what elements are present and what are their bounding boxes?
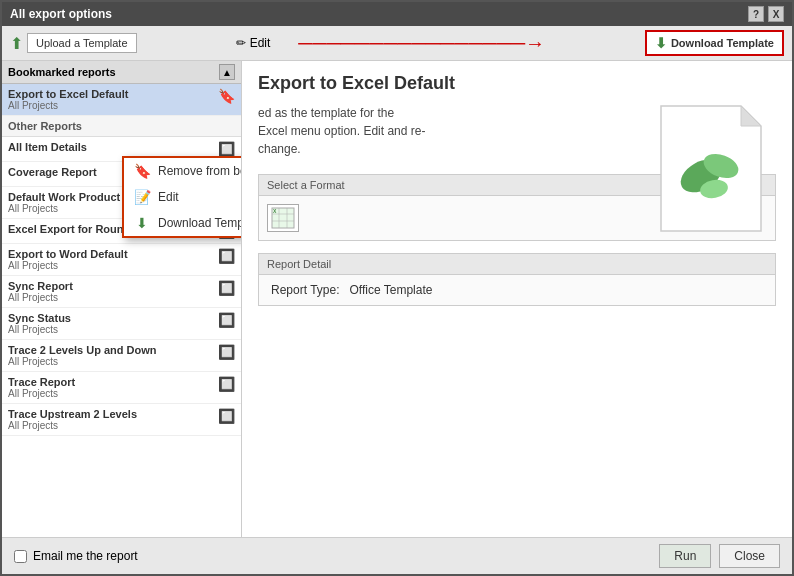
report-type-value: Office Template <box>350 283 433 297</box>
main-content: Bookmarked reports ▲ Export to Excel Def… <box>2 61 792 537</box>
bookmark-empty-icon: 🔲 <box>218 280 235 296</box>
main-window: All export options ? X ⬆ Upload a Templa… <box>0 0 794 576</box>
bookmark-empty-icon: 🔲 <box>218 344 235 360</box>
sidebar-item-trace-report[interactable]: Trace Report All Projects 🔲 <box>2 372 241 404</box>
download-ctx-icon: ⬇ <box>134 215 150 231</box>
excel-format-icon[interactable]: X <box>267 204 299 232</box>
document-preview-svg <box>656 101 766 236</box>
template-preview <box>656 101 776 241</box>
download-template-button[interactable]: ⬇ Download Template <box>645 30 784 56</box>
edit-toolbar-area: ✏ Edit ────────────────→ <box>137 32 645 55</box>
context-remove-bookmark[interactable]: 🔖 Remove from bookmarks <box>124 158 242 184</box>
other-reports-header: Other Reports <box>2 116 241 137</box>
bookmark-remove-icon: 🔖 <box>134 163 150 179</box>
title-bar: All export options ? X <box>2 2 792 26</box>
sidebar-item-trace-2-levels[interactable]: Trace 2 Levels Up and Down All Projects … <box>2 340 241 372</box>
download-icon: ⬇ <box>655 35 667 51</box>
context-edit[interactable]: 📝 Edit <box>124 184 242 210</box>
bookmark-empty-icon: 🔲 <box>218 248 235 264</box>
report-detail-body: Report Type: Office Template <box>259 275 775 305</box>
window-title: All export options <box>10 7 112 21</box>
report-detail-header: Report Detail <box>259 254 775 275</box>
context-download-template[interactable]: ⬇ Download Template <box>124 210 242 236</box>
content-title: Export to Excel Default <box>258 73 776 94</box>
arrow-icon: ────────────────→ <box>298 32 545 55</box>
bookmark-empty-icon: 🔲 <box>218 141 235 157</box>
toolbar-right: ⬇ Download Template <box>645 30 784 56</box>
upload-icon: ⬆ <box>10 34 23 53</box>
sidebar: Bookmarked reports ▲ Export to Excel Def… <box>2 61 242 537</box>
edit-label: ✏ Edit <box>236 36 270 50</box>
bookmarked-reports-header: Bookmarked reports ▲ <box>2 61 241 84</box>
close-button[interactable]: Close <box>719 544 780 568</box>
edit-icon: 📝 <box>134 189 150 205</box>
bookmark-empty-icon: 🔲 <box>218 408 235 424</box>
bookmark-empty-icon: 🔲 <box>218 312 235 328</box>
top-toolbar: ⬆ Upload a Template ✏ Edit ─────────────… <box>2 26 792 61</box>
help-button[interactable]: ? <box>748 6 764 22</box>
run-button[interactable]: Run <box>659 544 711 568</box>
bookmark-empty-icon: 🔲 <box>218 376 235 392</box>
title-bar-buttons: ? X <box>748 6 784 22</box>
close-window-button[interactable]: X <box>768 6 784 22</box>
report-detail-section: Report Detail Report Type: Office Templa… <box>258 253 776 306</box>
sidebar-item-sync-status[interactable]: Sync Status All Projects 🔲 <box>2 308 241 340</box>
scroll-up-button[interactable]: ▲ <box>219 64 235 80</box>
email-label: Email me the report <box>33 549 138 563</box>
svg-marker-1 <box>741 106 761 126</box>
bookmarked-item-export-excel[interactable]: Export to Excel Default All Projects 🔖 <box>2 84 241 116</box>
sidebar-item-sync-report[interactable]: Sync Report All Projects 🔲 <box>2 276 241 308</box>
bookmark-filled-icon: 🔖 <box>218 88 235 104</box>
footer-left: Email me the report <box>14 549 138 563</box>
footer: Email me the report Run Close <box>2 537 792 574</box>
toolbar-left: ⬆ Upload a Template <box>10 33 137 53</box>
sidebar-item-export-word-default[interactable]: Export to Word Default All Projects 🔲 <box>2 244 241 276</box>
sidebar-item-trace-upstream[interactable]: Trace Upstream 2 Levels All Projects 🔲 <box>2 404 241 436</box>
email-checkbox[interactable] <box>14 550 27 563</box>
content-area: Export to Excel Default ed as the templa… <box>242 61 792 537</box>
report-type-label: Report Type: <box>271 283 339 297</box>
upload-template-button[interactable]: Upload a Template <box>27 33 137 53</box>
context-menu: 🔖 Remove from bookmarks 📝 Edit ⬇ Downloa… <box>122 156 242 238</box>
